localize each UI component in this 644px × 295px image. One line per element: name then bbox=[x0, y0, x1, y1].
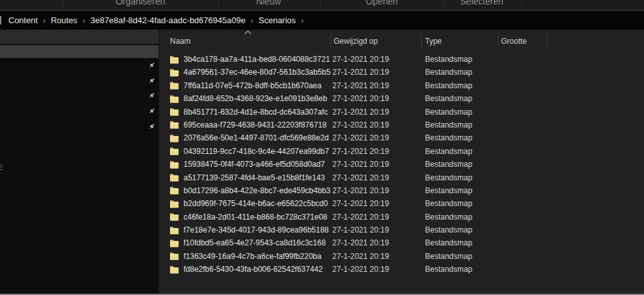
column-header-grootte[interactable]: Grootte bbox=[501, 35, 527, 48]
folder-icon bbox=[169, 107, 179, 117]
file-modified: 27-1-2021 20:19 bbox=[332, 119, 389, 131]
explorer-body: 2 bbox=[0, 30, 644, 294]
file-type: Bestandsmap bbox=[425, 224, 472, 236]
ribbon-separator bbox=[320, 1, 321, 10]
folder-icon bbox=[169, 55, 179, 64]
file-name: 8b451771-632d-4d1e-8bcd-dc643a307afc bbox=[184, 106, 328, 119]
file-modified: 27-1-2021 20:19 bbox=[332, 171, 389, 184]
file-list-pane[interactable]: Naam Gewijzigd op Type Grootte 3b4ca178-… bbox=[160, 30, 644, 294]
folder-icon bbox=[169, 265, 179, 274]
file-modified: 27-1-2021 20:19 bbox=[332, 236, 389, 249]
file-row[interactable]: 15938475-0f4f-4073-a466-ef5d058d0ad7 27-… bbox=[160, 158, 644, 171]
column-header-gewijzigd-op[interactable]: Gewijzigd op bbox=[334, 35, 378, 48]
breadcrumb: Content›Routes›3e87e8af-8d42-4fad-aadc-b… bbox=[8, 15, 309, 25]
column-header-type[interactable]: Type bbox=[425, 35, 442, 48]
file-name: 7ff6a11d-07e5-472b-8dff-b5cb1b670aea bbox=[184, 79, 321, 92]
file-row[interactable]: 04392119-9cc7-418c-9c4e-44207ea99db7 27-… bbox=[160, 145, 644, 158]
folder-icon bbox=[169, 120, 179, 129]
file-modified: 27-1-2021 20:19 bbox=[332, 106, 389, 119]
file-name: 2076a56e-50e1-4497-8701-dfc569e88e2d bbox=[184, 131, 329, 144]
file-type: Bestandsmap bbox=[425, 66, 472, 79]
pin-icon[interactable] bbox=[148, 92, 155, 99]
file-type: Bestandsmap bbox=[425, 236, 472, 249]
file-row[interactable]: b2dd969f-7675-414e-b6ac-e65622c5bcd0 27-… bbox=[160, 197, 644, 210]
sidebar-selected-item[interactable] bbox=[0, 45, 158, 58]
file-row[interactable]: c46fe18a-2d01-411e-b868-bc728c371e08 27-… bbox=[160, 211, 644, 224]
file-row[interactable]: 7ff6a11d-07e5-472b-8dff-b5cb1b670aea 27-… bbox=[160, 79, 644, 92]
pin-icon[interactable] bbox=[148, 62, 155, 69]
file-explorer-window: OrganiserenNieuwOpenenSelecteren Content… bbox=[0, 0, 644, 295]
file-name: 695ceaaa-f729-4638-9431-22203f876718 bbox=[184, 119, 327, 131]
folder-icon bbox=[169, 133, 179, 143]
sidebar-item[interactable] bbox=[0, 30, 158, 44]
breadcrumb-item[interactable]: Content bbox=[8, 15, 38, 25]
file-type: Bestandsmap bbox=[425, 92, 472, 105]
folder-icon bbox=[169, 225, 179, 235]
chevron-right-icon[interactable]: › bbox=[296, 15, 308, 25]
file-name: 15938475-0f4f-4073-a466-ef5d058d0ad7 bbox=[184, 158, 325, 171]
file-modified: 27-1-2021 20:19 bbox=[332, 145, 389, 158]
folder-icon bbox=[169, 173, 179, 182]
sort-ascending-icon bbox=[244, 30, 252, 35]
breadcrumb-item[interactable]: Routes bbox=[51, 15, 77, 25]
ribbon-separator bbox=[443, 1, 444, 10]
file-row[interactable]: 695ceaaa-f729-4638-9431-22203f876718 27-… bbox=[160, 119, 644, 131]
file-type: Bestandsmap bbox=[425, 263, 472, 276]
folder-icon bbox=[169, 251, 179, 261]
file-modified: 27-1-2021 20:19 bbox=[332, 66, 389, 79]
file-name: fd8e2fb6-5430-43fa-b006-62542f637442 bbox=[184, 263, 323, 276]
file-row[interactable]: f1363c49-16a9-4c7b-a6ce-faf99fb220ba 27-… bbox=[160, 250, 644, 263]
pin-icon[interactable] bbox=[148, 123, 155, 130]
file-row[interactable]: 4a679561-37ec-46ee-80d7-561b3c3ab5b5 27-… bbox=[160, 66, 644, 79]
file-modified: 27-1-2021 20:19 bbox=[332, 131, 389, 144]
breadcrumb-item[interactable]: Scenarios bbox=[259, 15, 296, 25]
column-resize-handle[interactable] bbox=[547, 33, 547, 48]
file-row[interactable]: 8b451771-632d-4d1e-8bcd-dc643a307afc 27-… bbox=[160, 106, 644, 119]
file-type: Bestandsmap bbox=[425, 171, 472, 184]
file-row[interactable]: a5177139-2587-4fd4-bae5-e15b8f1fe143 27-… bbox=[160, 171, 644, 184]
folder-icon bbox=[169, 81, 179, 90]
breadcrumb-item[interactable]: 3e87e8af-8d42-4fad-aadc-bd676945a09e bbox=[90, 15, 245, 25]
file-row[interactable]: fd8e2fb6-5430-43fa-b006-62542f637442 27-… bbox=[160, 263, 644, 276]
column-resize-handle[interactable] bbox=[498, 33, 498, 48]
folder-icon bbox=[169, 146, 179, 156]
file-row[interactable]: f7e18e7e-345d-4017-943d-89cea96b5188 27-… bbox=[160, 224, 644, 236]
file-row[interactable]: 3b4ca178-aa7a-411a-bed8-0604088c3721 27-… bbox=[160, 53, 644, 66]
file-modified: 27-1-2021 20:19 bbox=[332, 224, 389, 236]
folder-icon bbox=[169, 68, 179, 77]
file-modified: 27-1-2021 20:19 bbox=[332, 92, 389, 105]
file-type: Bestandsmap bbox=[425, 145, 472, 158]
file-type: Bestandsmap bbox=[425, 250, 472, 263]
folder-icon bbox=[169, 94, 179, 104]
column-resize-handle[interactable] bbox=[330, 33, 331, 48]
file-row[interactable]: b0d17296-a8b4-422e-8bc7-ede459cb4bb3 27-… bbox=[160, 184, 644, 197]
file-type: Bestandsmap bbox=[425, 79, 472, 92]
file-name: b0d17296-a8b4-422e-8bc7-ede459cb4bb3 bbox=[184, 184, 330, 197]
pin-icon[interactable] bbox=[148, 108, 155, 115]
file-row[interactable]: 2076a56e-50e1-4497-8701-dfc569e88e2d 27-… bbox=[160, 131, 644, 144]
address-bar[interactable]: Content›Routes›3e87e8af-8d42-4fad-aadc-b… bbox=[0, 11, 644, 30]
file-type: Bestandsmap bbox=[425, 53, 472, 66]
chevron-right-icon[interactable]: › bbox=[38, 15, 51, 25]
chevron-right-icon[interactable]: › bbox=[245, 15, 258, 25]
file-name: 4a679561-37ec-46ee-80d7-561b3c3ab5b5 bbox=[184, 66, 330, 79]
chevron-right-icon[interactable]: › bbox=[77, 15, 90, 25]
clipped-icon bbox=[0, 16, 1, 24]
file-name: f10fdbd5-ea65-4e27-9543-ca8d16c3c168 bbox=[184, 236, 326, 249]
folder-icon bbox=[169, 160, 179, 169]
file-type: Bestandsmap bbox=[425, 158, 472, 171]
ribbon-separator bbox=[522, 1, 522, 10]
file-row[interactable]: 8af24fd8-652b-4368-923e-e1e091b3e8eb 27-… bbox=[160, 92, 644, 105]
file-list: 3b4ca178-aa7a-411a-bed8-0604088c3721 27-… bbox=[160, 53, 644, 276]
file-type: Bestandsmap bbox=[425, 131, 472, 144]
ribbon-group-label: Selecteren bbox=[460, 0, 504, 10]
file-row[interactable]: f10fdbd5-ea65-4e27-9543-ca8d16c3c168 27-… bbox=[160, 236, 644, 249]
clipped-text: 2 bbox=[0, 162, 3, 172]
file-modified: 27-1-2021 20:19 bbox=[332, 197, 389, 210]
pin-icon[interactable] bbox=[148, 77, 155, 84]
ribbon-group-label: Nieuw bbox=[256, 0, 281, 10]
column-header-naam[interactable]: Naam bbox=[170, 35, 191, 48]
folder-icon bbox=[169, 238, 179, 248]
file-modified: 27-1-2021 20:19 bbox=[332, 263, 389, 276]
column-resize-handle[interactable] bbox=[421, 33, 422, 48]
